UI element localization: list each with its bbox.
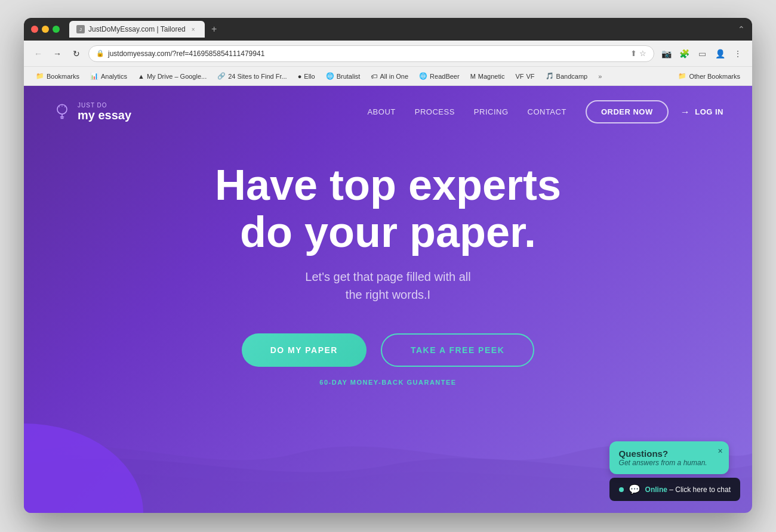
back-button[interactable]: ← — [31, 47, 45, 61]
bookmark-star-icon[interactable]: ☆ — [639, 49, 646, 58]
website-content: JUST DO my essay ABOUT PROCESS PRICING C… — [24, 86, 752, 513]
logo-bulb-icon — [53, 103, 72, 122]
hero-title-line2: do your paper. — [240, 208, 536, 256]
bookmark-analytics-label: Analytics — [101, 73, 127, 80]
bookmark-readbeer[interactable]: 🌐 ReadBeer — [414, 70, 464, 82]
chat-bubble: Questions? Get answers from a human. × — [609, 441, 729, 474]
chat-widget[interactable]: Questions? Get answers from a human. × 💬… — [609, 441, 740, 501]
nav-about[interactable]: ABOUT — [367, 107, 395, 116]
guarantee-text: 60-DAY MONEY-BACK GUARANTEE — [36, 379, 740, 386]
hero-title-line1: Have top experts — [215, 161, 561, 209]
login-label: LOG IN — [695, 107, 723, 116]
bookmark-allinone-label: All in One — [380, 73, 408, 80]
bookmark-brutalist-label: Brutalist — [337, 73, 361, 80]
active-tab[interactable]: J JustDoMyEssay.com | Tailored × — [69, 21, 205, 38]
chat-bar-text: Online – Click here to chat — [645, 485, 731, 494]
login-button[interactable]: → LOG IN — [680, 107, 723, 117]
bookmark-bookmarks-label: Bookmarks — [47, 73, 79, 80]
title-bar: J JustDoMyEssay.com | Tailored × + ⌃ — [24, 18, 752, 41]
nav-links: ABOUT PROCESS PRICING CONTACT — [367, 107, 566, 116]
nav-process[interactable]: PROCESS — [415, 107, 455, 116]
hero-section: JUST DO my essay ABOUT PROCESS PRICING C… — [24, 86, 752, 513]
svg-line-6 — [64, 106, 65, 107]
order-now-button[interactable]: ORDER NOW — [586, 100, 669, 123]
login-arrow-icon: → — [680, 107, 691, 117]
url-actions: ⬆ ☆ — [630, 49, 646, 58]
chat-bubble-title: Questions? — [619, 449, 719, 459]
bookmark-bookmarks[interactable]: 📁 Bookmarks — [31, 70, 84, 82]
site-logo[interactable]: JUST DO my essay — [53, 102, 131, 122]
bookmark-24sites[interactable]: 🔗 24 Sites to Find Fr... — [213, 70, 291, 82]
bookmarks-more-button[interactable]: » — [595, 71, 605, 82]
ello-icon: ● — [298, 73, 302, 80]
tab-close-icon[interactable]: × — [189, 25, 198, 33]
tab-favicon: J — [76, 25, 85, 33]
tab-bar: J JustDoMyEssay.com | Tailored × + — [69, 21, 733, 38]
screenshot-icon[interactable]: 📷 — [659, 47, 673, 61]
sidebar-icon[interactable]: ▭ — [695, 47, 709, 61]
tab-label: JustDoMyEssay.com | Tailored — [88, 25, 186, 33]
other-bookmarks-label: Other Bookmarks — [689, 73, 740, 80]
window-controls: ⌃ — [738, 24, 745, 34]
online-label: Online — [645, 485, 667, 494]
other-bookmarks-folder[interactable]: 📁 Other Bookmarks — [673, 70, 745, 82]
bookmark-ello[interactable]: ● Ello — [293, 71, 320, 82]
maximize-button[interactable] — [53, 26, 60, 33]
forward-button[interactable]: → — [50, 47, 64, 61]
extensions-icon[interactable]: 🧩 — [677, 47, 691, 61]
brutalist-icon: 🌐 — [326, 72, 334, 80]
readbeer-icon: 🌐 — [419, 72, 427, 80]
logo-main-text: my essay — [78, 109, 131, 122]
analytics-icon: 📊 — [90, 72, 98, 80]
profile-icon[interactable]: 👤 — [713, 47, 727, 61]
url-text: justdomyessay.com/?ref=41695858541114799… — [108, 50, 627, 58]
nav-pricing[interactable]: PRICING — [474, 107, 509, 116]
allinone-icon: 🏷 — [371, 73, 377, 80]
logo-just-do: JUST DO — [78, 102, 131, 109]
minimize-button[interactable] — [42, 26, 49, 33]
hero-title: Have top experts do your paper. — [36, 162, 740, 256]
hero-subtitle-line2: the right words.I — [346, 288, 430, 301]
bookmark-24sites-label: 24 Sites to Find Fr... — [228, 73, 287, 80]
svg-line-5 — [59, 106, 60, 107]
bookmark-vf[interactable]: VF VF — [510, 71, 539, 82]
bookmark-drive-label: My Drive – Google... — [147, 73, 207, 80]
bookmark-analytics[interactable]: 📊 Analytics — [85, 70, 132, 82]
browser-toolbar-icons: 📷 🧩 ▭ 👤 ⋮ — [659, 47, 745, 61]
close-button[interactable] — [31, 26, 38, 33]
hero-subtitle-line1: Let's get that page filled with all — [305, 270, 470, 283]
nav-contact[interactable]: CONTACT — [528, 107, 566, 116]
site-navigation: JUST DO my essay ABOUT PROCESS PRICING C… — [24, 86, 752, 138]
bookmarks-folder-icon: 📁 — [36, 72, 44, 80]
hero-content: Have top experts do your paper. Let's ge… — [24, 138, 752, 386]
new-tab-button[interactable]: + — [207, 22, 221, 36]
bookmark-magnetic[interactable]: M Magnetic — [466, 71, 510, 82]
bookmark-ello-label: Ello — [304, 73, 315, 80]
share-icon[interactable]: ⬆ — [630, 49, 637, 58]
magnetic-icon: M — [470, 73, 476, 80]
bookmark-brutalist[interactable]: 🌐 Brutalist — [321, 70, 365, 82]
bookmark-allinone[interactable]: 🏷 All in One — [366, 71, 413, 82]
bookmark-bandcamp-label: Bandcamp — [556, 73, 588, 80]
online-dot-icon — [619, 487, 624, 492]
drive-icon: ▲ — [138, 73, 144, 80]
url-bar[interactable]: 🔒 justdomyessay.com/?ref=416958585411147… — [88, 45, 654, 62]
chat-close-icon[interactable]: × — [718, 446, 722, 456]
hero-buttons: DO MY PAPER TAKE A FREE PEEK — [36, 333, 740, 367]
bookmark-drive[interactable]: ▲ My Drive – Google... — [133, 71, 211, 82]
do-my-paper-button[interactable]: DO MY PAPER — [242, 333, 367, 367]
menu-icon[interactable]: ⋮ — [731, 47, 745, 61]
chat-bar-cta: – Click here to chat — [669, 485, 731, 494]
traffic-lights — [31, 26, 60, 33]
address-bar: ← → ↻ 🔒 justdomyessay.com/?ref=416958585… — [24, 41, 752, 67]
sites-icon: 🔗 — [217, 72, 226, 80]
refresh-button[interactable]: ↻ — [69, 47, 84, 61]
bookmark-bandcamp[interactable]: 🎵 Bandcamp — [541, 70, 593, 82]
vf-icon: VF — [515, 73, 524, 80]
hero-subtitle: Let's get that page filled with all the … — [36, 268, 740, 304]
chat-bubble-subtitle: Get answers from a human. — [619, 459, 719, 467]
chat-icon: 💬 — [629, 484, 640, 495]
bookmark-readbeer-label: ReadBeer — [430, 73, 460, 80]
chat-bar[interactable]: 💬 Online – Click here to chat — [609, 478, 740, 501]
take-free-peek-button[interactable]: TAKE A FREE PEEK — [381, 333, 534, 367]
